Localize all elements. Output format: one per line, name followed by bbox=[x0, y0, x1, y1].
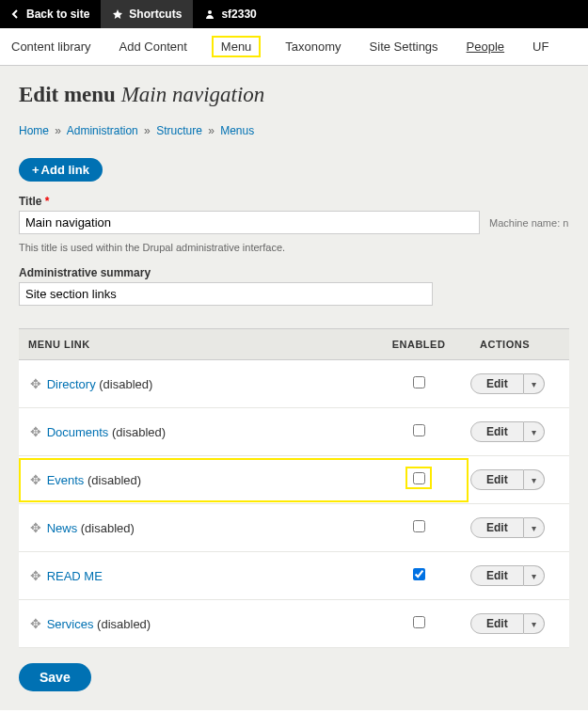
edit-button[interactable]: Edit bbox=[470, 421, 524, 442]
link-name[interactable]: Events bbox=[47, 473, 85, 487]
crumb-structure[interactable]: Structure bbox=[156, 124, 202, 137]
link-name[interactable]: Directory bbox=[47, 377, 96, 391]
shortcuts-label: Shortcuts bbox=[129, 8, 182, 21]
link-cell: ✥ Services (disabled) bbox=[19, 600, 376, 648]
edit-button[interactable]: Edit bbox=[470, 373, 524, 394]
drag-handle-icon[interactable]: ✥ bbox=[28, 472, 43, 487]
table-row: ✥ News (disabled)Edit▾ bbox=[19, 504, 569, 552]
edit-dropdown-toggle[interactable]: ▾ bbox=[524, 613, 545, 634]
edit-button[interactable]: Edit bbox=[470, 469, 524, 490]
link-cell: ✥ News (disabled) bbox=[19, 504, 376, 552]
primary-tabs: Content library Add Content Menu Taxonom… bbox=[0, 28, 588, 66]
crumb-sep: » bbox=[52, 124, 64, 137]
page-title: Edit menu Main navigation bbox=[19, 83, 569, 107]
edit-button[interactable]: Edit bbox=[470, 517, 524, 538]
actions-cell: Edit▾ bbox=[461, 552, 569, 600]
col-header-link: MENU LINK bbox=[19, 329, 376, 360]
link-name[interactable]: News bbox=[47, 521, 78, 535]
edit-dropdown-toggle[interactable]: ▾ bbox=[524, 469, 545, 490]
enabled-checkbox[interactable] bbox=[413, 472, 425, 484]
save-button[interactable]: Save bbox=[19, 663, 91, 691]
link-cell: ✥ Directory (disabled) bbox=[19, 360, 376, 408]
enabled-cell bbox=[376, 600, 461, 648]
tab-add-content[interactable]: Add Content bbox=[116, 30, 191, 63]
required-marker: * bbox=[45, 195, 50, 208]
page-title-prefix: Edit menu bbox=[19, 83, 121, 106]
add-link-button[interactable]: +Add link bbox=[19, 158, 103, 182]
table-row: ✥ Documents (disabled)Edit▾ bbox=[19, 408, 569, 456]
menu-links-table: MENU LINK ENABLED ACTIONS ✥ Directory (d… bbox=[19, 328, 569, 648]
tab-site-settings[interactable]: Site Settings bbox=[366, 30, 442, 63]
table-row: ✥ Events (disabled)Edit▾ bbox=[19, 456, 569, 504]
actions-cell: Edit▾ bbox=[461, 600, 569, 648]
enabled-checkbox[interactable] bbox=[413, 520, 425, 532]
edit-dropdown-toggle[interactable]: ▾ bbox=[524, 421, 545, 442]
actions-cell: Edit▾ bbox=[461, 504, 569, 552]
crumb-menus[interactable]: Menus bbox=[220, 124, 254, 137]
tab-menu[interactable]: Menu bbox=[212, 36, 262, 57]
enabled-checkbox[interactable] bbox=[413, 616, 425, 628]
user-label: sf2330 bbox=[221, 8, 256, 21]
plus-icon: + bbox=[32, 163, 40, 177]
edit-dropdown-toggle[interactable]: ▾ bbox=[524, 517, 545, 538]
edit-dropdown-toggle[interactable]: ▾ bbox=[524, 373, 545, 394]
svg-point-0 bbox=[208, 10, 212, 14]
drag-handle-icon[interactable]: ✥ bbox=[28, 616, 43, 631]
enabled-checkbox[interactable] bbox=[413, 376, 425, 388]
enabled-cell bbox=[376, 408, 461, 456]
crumb-sep: » bbox=[141, 124, 153, 137]
back-to-site-link[interactable]: Back to site bbox=[0, 0, 101, 28]
drag-handle-icon[interactable]: ✥ bbox=[28, 424, 43, 439]
crumb-home[interactable]: Home bbox=[19, 124, 49, 137]
title-field-row: Title * Machine name: n bbox=[19, 195, 569, 234]
user-icon bbox=[204, 8, 215, 20]
crumb-sep: » bbox=[205, 124, 217, 137]
link-name[interactable]: Services bbox=[47, 617, 94, 631]
shortcuts-link[interactable]: Shortcuts bbox=[101, 0, 193, 28]
add-link-label: Add link bbox=[41, 163, 89, 177]
disabled-suffix: (disabled) bbox=[77, 521, 135, 535]
back-arrow-icon bbox=[11, 9, 21, 19]
actions-cell: Edit▾ bbox=[461, 408, 569, 456]
tab-content-library[interactable]: Content library bbox=[8, 30, 95, 63]
disabled-suffix: (disabled) bbox=[93, 617, 151, 631]
title-label: Title * bbox=[19, 195, 569, 208]
breadcrumb: Home » Administration » Structure » Menu… bbox=[19, 124, 569, 137]
enabled-cell bbox=[376, 504, 461, 552]
link-cell: ✥ Documents (disabled) bbox=[19, 408, 376, 456]
summary-field-row: Administrative summary bbox=[19, 266, 569, 306]
crumb-admin[interactable]: Administration bbox=[67, 124, 138, 137]
link-cell: ✥ READ ME bbox=[19, 552, 376, 600]
link-name[interactable]: Documents bbox=[47, 425, 109, 439]
summary-label: Administrative summary bbox=[19, 266, 569, 279]
table-row: ✥ READ MEEdit▾ bbox=[19, 552, 569, 600]
edit-button[interactable]: Edit bbox=[470, 613, 524, 634]
drag-handle-icon[interactable]: ✥ bbox=[28, 568, 43, 583]
edit-button[interactable]: Edit bbox=[470, 565, 524, 586]
summary-input[interactable] bbox=[19, 282, 433, 306]
tab-taxonomy[interactable]: Taxonomy bbox=[281, 30, 344, 63]
tab-updates[interactable]: UF bbox=[529, 30, 552, 63]
disabled-suffix: (disabled) bbox=[96, 377, 153, 391]
disabled-suffix: (disabled) bbox=[84, 473, 141, 487]
actions-cell: Edit▾ bbox=[461, 456, 569, 504]
drag-handle-icon[interactable]: ✥ bbox=[28, 376, 43, 391]
enabled-cell bbox=[376, 456, 461, 504]
enabled-cell bbox=[376, 360, 461, 408]
table-row: ✥ Directory (disabled)Edit▾ bbox=[19, 360, 569, 408]
drag-handle-icon[interactable]: ✥ bbox=[28, 520, 43, 535]
title-input[interactable] bbox=[19, 211, 480, 234]
enabled-checkbox[interactable] bbox=[413, 424, 425, 436]
title-description: This title is used within the Drupal adm… bbox=[19, 242, 569, 253]
tab-people[interactable]: People bbox=[463, 30, 508, 63]
page-body: Edit menu Main navigation Home » Adminis… bbox=[0, 66, 588, 710]
back-to-site-label: Back to site bbox=[26, 8, 89, 21]
enabled-checkbox[interactable] bbox=[413, 568, 425, 580]
machine-name-text: Machine name: n bbox=[489, 217, 568, 229]
link-name[interactable]: READ ME bbox=[47, 569, 103, 583]
link-cell: ✥ Events (disabled) bbox=[19, 456, 376, 504]
user-account-link[interactable]: sf2330 bbox=[193, 0, 267, 28]
col-header-actions: ACTIONS bbox=[461, 329, 569, 360]
admin-toolbar: Back to site Shortcuts sf2330 bbox=[0, 0, 588, 28]
edit-dropdown-toggle[interactable]: ▾ bbox=[524, 565, 545, 586]
